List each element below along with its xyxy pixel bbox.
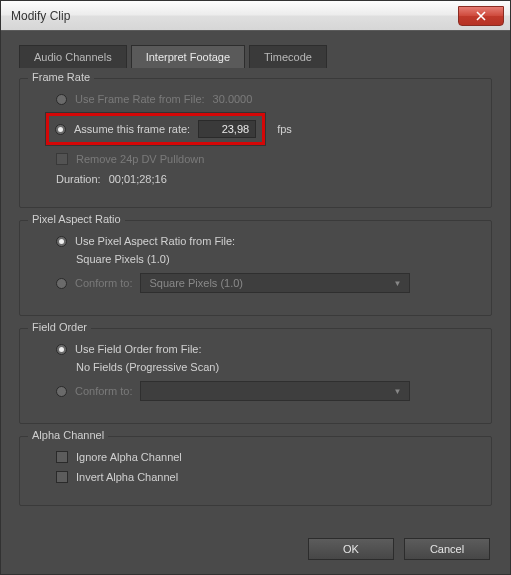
ok-button[interactable]: OK [308,538,394,560]
invert-alpha-row: Invert Alpha Channel [34,471,477,483]
fo-value: No Fields (Progressive Scan) [76,361,219,373]
ignore-alpha-label: Ignore Alpha Channel [76,451,182,463]
assume-frame-rate-highlight: Assume this frame rate: [46,113,265,145]
modify-clip-dialog: Modify Clip Audio Channels Interpret Foo… [0,0,511,575]
fps-label: fps [277,123,292,135]
alpha-channel-group: Alpha Channel Ignore Alpha Channel Inver… [19,436,492,506]
par-value: Square Pixels (1.0) [76,253,170,265]
fo-conform-radio[interactable] [56,386,67,397]
par-use-radio[interactable] [56,236,67,247]
use-frame-rate-row: Use Frame Rate from File: 30.0000 [34,93,477,105]
remove-pulldown-checkbox[interactable] [56,153,68,165]
cancel-button[interactable]: Cancel [404,538,490,560]
assume-frame-rate-label: Assume this frame rate: [74,123,190,135]
par-conform-label: Conform to: [75,277,132,289]
par-conform-select[interactable]: Square Pixels (1.0) ▼ [140,273,410,293]
par-value-row: Square Pixels (1.0) [34,253,477,265]
chevron-down-icon: ▼ [394,387,402,396]
par-conform-value: Square Pixels (1.0) [149,277,243,289]
close-button[interactable] [458,6,504,26]
ignore-alpha-checkbox[interactable] [56,451,68,463]
assume-frame-rate-row: Assume this frame rate: fps [34,113,477,145]
window-title: Modify Clip [11,9,70,23]
tab-timecode[interactable]: Timecode [249,45,327,68]
invert-alpha-label: Invert Alpha Channel [76,471,178,483]
tab-audio-channels[interactable]: Audio Channels [19,45,127,68]
use-frame-rate-label: Use Frame Rate from File: [75,93,205,105]
field-order-title: Field Order [28,321,91,333]
remove-pulldown-label: Remove 24p DV Pulldown [76,153,204,165]
chevron-down-icon: ▼ [394,279,402,288]
fo-use-radio[interactable] [56,344,67,355]
tab-bar: Audio Channels Interpret Footage Timecod… [19,45,492,68]
field-order-group: Field Order Use Field Order from File: N… [19,328,492,424]
dialog-body: Audio Channels Interpret Footage Timecod… [1,31,510,532]
assume-frame-rate-radio[interactable] [55,124,66,135]
remove-pulldown-row: Remove 24p DV Pulldown [34,153,477,165]
use-frame-rate-radio[interactable] [56,94,67,105]
dialog-footer: OK Cancel [1,532,510,574]
duration-value: 00;01;28;16 [109,173,167,185]
titlebar: Modify Clip [1,1,510,31]
fo-use-label: Use Field Order from File: [75,343,202,355]
par-conform-row: Conform to: Square Pixels (1.0) ▼ [34,273,477,293]
fo-conform-select[interactable]: ▼ [140,381,410,401]
fo-conform-row: Conform to: ▼ [34,381,477,401]
par-use-label: Use Pixel Aspect Ratio from File: [75,235,235,247]
duration-row: Duration: 00;01;28;16 [34,173,477,185]
pixel-aspect-group: Pixel Aspect Ratio Use Pixel Aspect Rati… [19,220,492,316]
fo-value-row: No Fields (Progressive Scan) [34,361,477,373]
pixel-aspect-title: Pixel Aspect Ratio [28,213,125,225]
invert-alpha-checkbox[interactable] [56,471,68,483]
alpha-channel-title: Alpha Channel [28,429,108,441]
use-frame-rate-value: 30.0000 [213,93,253,105]
tab-interpret-footage[interactable]: Interpret Footage [131,45,245,68]
frame-rate-group: Frame Rate Use Frame Rate from File: 30.… [19,78,492,208]
fo-use-row: Use Field Order from File: [34,343,477,355]
assume-frame-rate-input[interactable] [198,120,256,138]
par-conform-radio[interactable] [56,278,67,289]
par-use-row: Use Pixel Aspect Ratio from File: [34,235,477,247]
duration-label: Duration: [56,173,101,185]
frame-rate-title: Frame Rate [28,71,94,83]
fo-conform-label: Conform to: [75,385,132,397]
ignore-alpha-row: Ignore Alpha Channel [34,451,477,463]
close-icon [476,11,486,21]
